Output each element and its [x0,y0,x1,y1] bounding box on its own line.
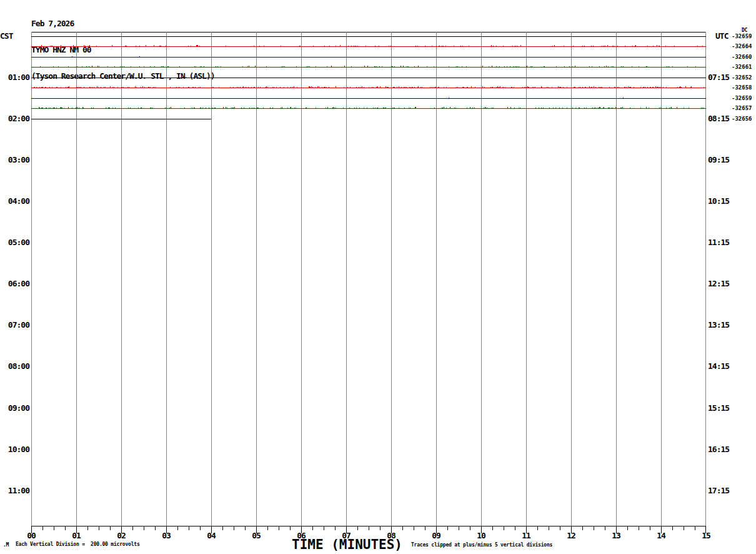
x-axis-title: TIME (MINUTES) [292,538,402,551]
left-hour-label: 11:00 [0,486,29,495]
left-hour-label: 08:00 [0,362,29,371]
left-hour-label: 06:00 [0,280,29,288]
right-hour-label: 16:15 [708,445,745,454]
right-hour-label: 14:15 [708,362,745,371]
helicorder-plot [31,32,706,534]
minute-label: 15 [697,531,715,540]
dc-value: -32659 [732,95,756,101]
left-hour-label: 03:00 [0,156,29,164]
minute-label: 14 [652,531,670,540]
minute-label: 10 [472,531,490,540]
minute-label: 09 [427,531,445,540]
clip-note: Traces clipped at plus/minus 5 vertical … [411,542,552,548]
right-hour-label: 09:15 [708,156,745,164]
title-date: Feb 7,2026 [31,19,215,28]
right-hour-label: 13:15 [708,321,745,330]
left-hour-label: 05:00 [0,238,29,247]
minute-label: 05 [247,531,265,540]
dc-value: -32659 [732,33,756,39]
minute-label: 02 [112,531,130,540]
minute-label: 04 [202,531,220,540]
left-hour-label: 01:00 [0,73,29,82]
right-hour-label: 10:15 [708,197,745,206]
minute-label: 12 [562,531,580,540]
left-timezone-label: CST [0,32,12,41]
dc-value: -32652 [732,74,756,81]
dc-value: -32660 [732,54,756,60]
right-hour-label: 15:15 [708,404,745,413]
minute-label: 01 [67,531,85,540]
dc-value: -32657 [732,105,756,111]
dc-value: -32664 [732,43,756,49]
dc-value: -32656 [732,116,756,122]
minute-label: 13 [607,531,625,540]
right-hour-label: 17:15 [708,486,745,495]
left-hour-label: 04:00 [0,197,29,206]
minute-label: 03 [157,531,175,540]
dc-column-header: DC [742,28,747,33]
right-timezone-label: UTC [715,32,728,41]
left-hour-label: 09:00 [0,404,29,413]
scale-note: Each Vertical Division = 200.00 microvol… [16,541,140,547]
dc-value: -32661 [732,64,756,70]
dc-value: -32658 [732,84,756,91]
helicorder-page: { "header": { "date": "Feb 7,2026", "sta… [0,0,756,554]
right-hour-label: 12:15 [708,280,745,288]
left-hour-label: 02:00 [0,114,29,123]
right-hour-label: 11:15 [708,238,745,247]
minute-label: 00 [22,531,40,540]
left-hour-label: 07:00 [0,321,29,330]
minute-label: 11 [517,531,535,540]
left-hour-label: 10:00 [0,445,29,454]
corner-mark: .M [3,542,9,548]
